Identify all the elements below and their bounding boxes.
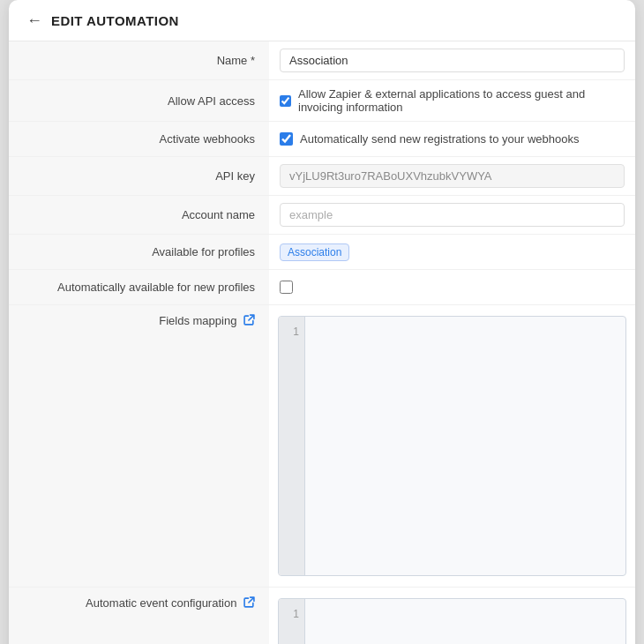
allow-api-row: Allow API access Allow Zapier & external… bbox=[9, 80, 635, 122]
api-key-input[interactable] bbox=[280, 164, 625, 188]
activate-webhooks-row: Activate webhooks Automatically send new… bbox=[9, 122, 635, 157]
api-key-row: API key bbox=[9, 157, 635, 196]
back-arrow-icon: ← bbox=[26, 12, 42, 28]
fields-mapping-editor: 1 bbox=[269, 305, 635, 587]
auto-event-row: Automatic event configuration 1 bbox=[9, 588, 635, 644]
auto-event-code-editor[interactable]: 1 bbox=[278, 598, 626, 644]
fields-mapping-line-1: 1 bbox=[279, 324, 304, 341]
account-name-value bbox=[269, 196, 635, 234]
back-button[interactable]: ← bbox=[26, 12, 42, 28]
name-row: Name * bbox=[9, 41, 635, 80]
fields-mapping-content[interactable] bbox=[305, 317, 625, 575]
auto-event-label: Automatic event configuration bbox=[9, 588, 269, 644]
activate-webhooks-checkbox[interactable] bbox=[280, 132, 293, 146]
fields-mapping-row: Fields mapping 1 bbox=[9, 305, 635, 588]
available-profiles-value: Association bbox=[269, 236, 635, 268]
account-name-label: Account name bbox=[9, 196, 269, 234]
name-label: Name * bbox=[9, 41, 269, 79]
allow-api-description: Allow Zapier & external applications to … bbox=[298, 87, 625, 114]
activate-webhooks-label: Activate webhooks bbox=[9, 122, 269, 156]
allow-api-value: Allow Zapier & external applications to … bbox=[269, 80, 635, 121]
auto-event-content[interactable] bbox=[305, 599, 625, 644]
profiles-tag: Association bbox=[280, 243, 349, 261]
page-title: EDIT AUTOMATION bbox=[51, 13, 179, 28]
auto-available-row: Automatically available for new profiles bbox=[9, 270, 635, 305]
auto-event-editor: 1 bbox=[269, 588, 635, 644]
auto-available-value bbox=[269, 273, 635, 301]
fields-mapping-label: Fields mapping bbox=[9, 305, 269, 587]
allow-api-label: Allow API access bbox=[9, 80, 269, 121]
account-name-input[interactable] bbox=[280, 203, 625, 227]
auto-available-checkbox[interactable] bbox=[280, 281, 293, 294]
edit-automation-card: ← EDIT AUTOMATION Name * Allow API acces… bbox=[9, 0, 635, 644]
fields-mapping-gutter: 1 bbox=[279, 317, 305, 575]
account-name-row: Account name bbox=[9, 196, 635, 235]
auto-available-label: Automatically available for new profiles bbox=[9, 270, 269, 304]
name-input[interactable] bbox=[280, 49, 625, 72]
allow-api-checkbox[interactable] bbox=[280, 94, 291, 108]
page-header: ← EDIT AUTOMATION bbox=[9, 0, 635, 41]
api-key-label: API key bbox=[9, 157, 269, 195]
available-profiles-row: Available for profiles Association bbox=[9, 235, 635, 270]
auto-event-line-1: 1 bbox=[279, 606, 304, 623]
fields-mapping-code-editor[interactable]: 1 bbox=[278, 316, 626, 576]
activate-webhooks-value: Automatically send new registrations to … bbox=[269, 125, 635, 153]
api-key-value bbox=[269, 157, 635, 195]
auto-event-external-link-icon bbox=[243, 596, 255, 608]
available-profiles-label: Available for profiles bbox=[9, 235, 269, 269]
auto-event-gutter: 1 bbox=[279, 599, 305, 644]
form-container: Name * Allow API access Allow Zapier & e… bbox=[9, 41, 635, 644]
external-link-icon bbox=[243, 314, 255, 326]
name-value bbox=[269, 41, 635, 79]
activate-webhooks-description: Automatically send new registrations to … bbox=[300, 132, 580, 146]
